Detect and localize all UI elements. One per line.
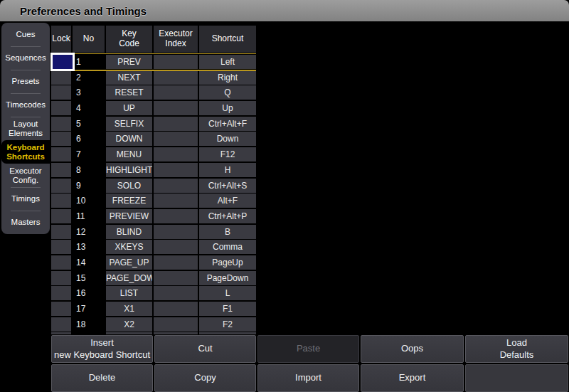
executor-index-cell[interactable] <box>154 117 198 131</box>
key-code-cell[interactable]: FREEZE <box>106 194 152 208</box>
shortcut-cell[interactable]: Comma <box>199 240 256 254</box>
no-cell[interactable]: 10 <box>73 194 105 208</box>
lock-cell[interactable] <box>51 317 71 332</box>
shortcut-cell[interactable]: H <box>199 163 256 177</box>
key-code-cell[interactable]: PAGE_UP <box>106 255 152 270</box>
sidebar-item-timings[interactable]: Timings <box>1 187 50 211</box>
no-cell[interactable]: 2 <box>73 70 105 85</box>
no-cell[interactable]: 11 <box>73 209 105 223</box>
sidebar-item-timecodes[interactable]: Timecodes <box>1 93 50 117</box>
executor-index-cell[interactable] <box>154 271 198 285</box>
cut-button[interactable]: Cut <box>154 335 256 363</box>
key-code-cell[interactable]: SOLO <box>106 179 152 193</box>
executor-index-cell[interactable] <box>154 225 198 239</box>
export-button[interactable]: Export <box>361 364 464 392</box>
no-cell[interactable]: 8 <box>73 163 105 177</box>
executor-index-cell[interactable] <box>154 286 198 300</box>
key-code-cell[interactable]: SELFIX <box>106 117 152 131</box>
no-cell[interactable]: 5 <box>73 117 105 131</box>
no-cell[interactable]: 14 <box>73 255 105 270</box>
no-cell[interactable]: 4 <box>73 101 105 115</box>
key-code-cell[interactable]: XKEYS <box>106 240 152 254</box>
key-code-cell[interactable]: RESET <box>106 85 152 100</box>
no-cell[interactable]: 12 <box>73 225 105 239</box>
lock-cell[interactable] <box>51 225 71 239</box>
shortcut-cell[interactable]: Alt+F <box>199 194 256 208</box>
sidebar-item-keyboard-shortcuts[interactable]: Keyboard Shortcuts <box>1 140 50 164</box>
no-cell[interactable]: 9 <box>73 179 105 193</box>
key-code-cell[interactable]: MENU <box>106 147 152 161</box>
executor-index-cell[interactable] <box>154 317 198 332</box>
lock-cell[interactable] <box>50 53 75 71</box>
executor-index-cell[interactable] <box>154 240 198 254</box>
executor-index-cell[interactable] <box>154 163 198 177</box>
key-code-cell[interactable]: PREVIEW <box>106 209 152 223</box>
sidebar-item-presets[interactable]: Presets <box>1 70 50 93</box>
load-defaults-button[interactable]: Load Defaults <box>465 335 568 363</box>
window-titlebar[interactable]: Preferences and Timings <box>0 0 569 21</box>
executor-index-cell[interactable] <box>154 209 198 223</box>
no-cell[interactable]: 3 <box>73 85 105 100</box>
shortcut-cell[interactable]: PageUp <box>199 255 256 270</box>
key-code-cell[interactable]: BLIND <box>106 225 152 239</box>
executor-index-cell[interactable] <box>154 147 198 161</box>
lock-cell[interactable] <box>51 70 71 85</box>
shortcut-cell[interactable]: F12 <box>199 147 256 161</box>
no-cell[interactable]: 16 <box>73 286 105 300</box>
executor-index-cell[interactable] <box>154 55 198 69</box>
no-cell[interactable]: 13 <box>73 240 105 254</box>
lock-cell[interactable] <box>51 163 71 177</box>
shortcut-cell[interactable]: F1 <box>199 302 256 316</box>
lock-cell[interactable] <box>51 101 71 115</box>
lock-cell[interactable] <box>51 179 71 193</box>
key-code-cell[interactable]: LIST <box>106 286 152 300</box>
key-code-cell[interactable]: PREV <box>106 55 152 69</box>
no-cell[interactable]: 1 <box>73 55 105 69</box>
lock-cell[interactable] <box>51 147 71 161</box>
insert-new-keyboard-shortcut-button[interactable]: Insert new Keyboard Shortcut <box>51 335 153 363</box>
executor-index-cell[interactable] <box>154 85 198 100</box>
shortcut-cell[interactable]: Ctrl+Alt+P <box>199 209 256 223</box>
shortcut-cell[interactable]: PageDown <box>199 271 256 285</box>
sidebar-item-cues[interactable]: Cues <box>1 23 50 46</box>
lock-cell[interactable] <box>51 286 71 300</box>
shortcut-cell[interactable]: Right <box>199 70 256 85</box>
executor-index-cell[interactable] <box>154 255 198 270</box>
no-cell[interactable]: 15 <box>73 271 105 285</box>
import-button[interactable]: Import <box>257 364 359 392</box>
shortcut-cell[interactable]: F2 <box>199 317 256 332</box>
shortcut-cell[interactable]: Q <box>199 85 256 100</box>
shortcut-cell[interactable]: Ctrl+Alt+S <box>199 179 256 193</box>
executor-index-cell[interactable] <box>154 101 198 115</box>
no-cell[interactable]: 17 <box>73 302 105 316</box>
shortcut-cell[interactable]: B <box>199 225 256 239</box>
key-code-cell[interactable]: PAGE_DOWN <box>106 271 152 285</box>
executor-index-cell[interactable] <box>154 302 198 316</box>
executor-index-cell[interactable] <box>154 179 198 193</box>
sidebar-item-masters[interactable]: Masters <box>1 211 50 234</box>
key-code-cell[interactable]: X1 <box>106 302 152 316</box>
oops-button[interactable]: Oops <box>361 335 464 363</box>
no-cell[interactable]: 7 <box>73 147 105 161</box>
key-code-cell[interactable]: NEXT <box>106 70 152 85</box>
lock-cell[interactable] <box>51 117 71 131</box>
lock-cell[interactable] <box>51 209 71 223</box>
key-code-cell[interactable]: UP <box>106 101 152 115</box>
lock-cell[interactable] <box>51 240 71 254</box>
delete-button[interactable]: Delete <box>51 364 153 392</box>
shortcut-cell[interactable]: Down <box>199 132 256 146</box>
shortcut-cell[interactable]: L <box>199 286 256 300</box>
shortcut-cell[interactable]: Ctrl+Alt+F <box>199 117 256 131</box>
no-cell[interactable]: 18 <box>73 317 105 332</box>
key-code-cell[interactable]: DOWN <box>106 132 152 146</box>
shortcut-cell[interactable]: Left <box>199 55 256 69</box>
copy-button[interactable]: Copy <box>154 364 256 392</box>
lock-cell[interactable] <box>51 85 71 100</box>
executor-index-cell[interactable] <box>154 194 198 208</box>
key-code-cell[interactable]: X2 <box>106 317 152 332</box>
sidebar-item-executor-config[interactable]: Executor Config. <box>1 164 50 187</box>
lock-cell[interactable] <box>51 271 71 285</box>
lock-cell[interactable] <box>51 302 71 316</box>
key-code-cell[interactable]: HIGHLIGHT <box>106 163 152 177</box>
sidebar-item-layout-elements[interactable]: Layout Elements <box>1 117 50 140</box>
